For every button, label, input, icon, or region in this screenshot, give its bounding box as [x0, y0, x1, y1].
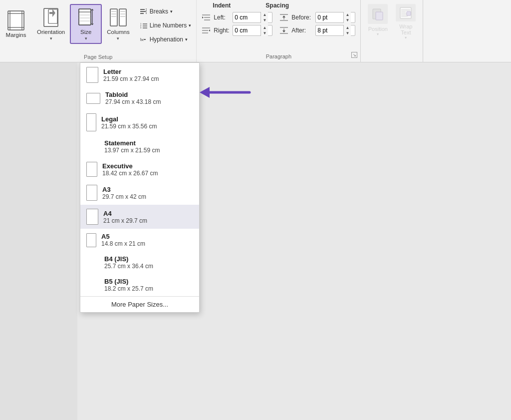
- legal-name: Legal: [101, 115, 157, 123]
- breaks-icon: [140, 8, 148, 15]
- svg-marker-43: [282, 15, 285, 17]
- indent-right-row: Right: 0 cm ▲ ▼ After: 8 pt ▲ ▼: [202, 25, 355, 36]
- main-content: Letter 21.59 cm x 27.94 cm Tabloid 27.94…: [0, 62, 511, 420]
- position-icon: [368, 4, 388, 24]
- b5-name: B5 (JIS): [104, 278, 153, 285]
- more-paper-sizes-label: More Paper Sizes...: [111, 301, 168, 308]
- indent-left-down[interactable]: ▼: [261, 17, 268, 23]
- columns-label: Columns: [107, 29, 129, 36]
- tabloid-paper-icon: [86, 93, 100, 104]
- size-item-b4[interactable]: B4 (JIS) 25.7 cm x 36.4 cm: [80, 251, 199, 274]
- spacing-after-icon: [279, 27, 288, 34]
- size-item-a5[interactable]: A5 14.8 cm x 21 cm: [80, 229, 199, 251]
- more-paper-sizes-button[interactable]: More Paper Sizes...: [80, 296, 199, 312]
- spacing-before-spinner[interactable]: 0 pt ▲ ▼: [315, 12, 355, 23]
- b4-size: 25.7 cm x 36.4 cm: [104, 263, 153, 270]
- indent-left-label: Left:: [214, 14, 230, 21]
- indent-left-spinbtns: ▲ ▼: [260, 12, 268, 23]
- arrow-indicator: [192, 80, 252, 107]
- position-button[interactable]: Position ▾: [365, 2, 391, 42]
- legal-paper-icon: [86, 113, 96, 131]
- line-numbers-chevron: ▾: [189, 23, 191, 28]
- indent-right-up[interactable]: ▲: [261, 25, 268, 30]
- a4-paper-icon: [86, 209, 98, 225]
- columns-chevron: ▾: [117, 36, 119, 41]
- margins-button[interactable]: Margins: [0, 4, 32, 44]
- spacing-before-input[interactable]: 0 pt: [316, 14, 343, 21]
- size-label: Size: [80, 29, 91, 36]
- indent-left-row: Left: 0 cm ▲ ▼ Before: 0 pt ▲ ▼: [202, 12, 355, 23]
- spacing-after-spinner[interactable]: 8 pt ▲ ▼: [315, 25, 355, 36]
- tabloid-item-text: Tabloid 27.94 cm x 43.18 cm: [105, 91, 161, 105]
- a4-size: 21 cm x 29.7 cm: [103, 217, 147, 224]
- arrange-section: Position ▾ Wrap Text ▾: [361, 0, 423, 62]
- line-numbers-label: Line Numbers: [150, 22, 187, 29]
- executive-item-text: Executive 18.42 cm x 26.67 cm: [102, 162, 158, 177]
- spacing-before-down[interactable]: ▼: [344, 17, 351, 23]
- svg-marker-40: [202, 16, 204, 18]
- columns-icon: [107, 7, 129, 28]
- breaks-button[interactable]: Breaks ▾: [137, 5, 195, 18]
- size-item-legal[interactable]: Legal 21.59 cm x 35.56 cm: [80, 109, 199, 135]
- indent-left-input[interactable]: 0 cm: [233, 14, 260, 21]
- letter-item-text: Letter 21.59 cm x 27.94 cm: [103, 68, 159, 82]
- executive-name: Executive: [102, 162, 158, 170]
- a3-item-text: A3 29.7 cm x 42 cm: [102, 186, 146, 200]
- size-item-tabloid[interactable]: Tabloid 27.94 cm x 43.18 cm: [80, 87, 199, 109]
- wrap-text-label: Wrap Text: [399, 23, 412, 35]
- spacing-header: Spacing: [265, 2, 289, 9]
- size-icon: [75, 7, 97, 28]
- hyphenation-label: Hyphenation: [150, 36, 183, 43]
- statement-name: Statement: [104, 139, 160, 147]
- wrap-text-button[interactable]: Wrap Text ▾: [393, 2, 419, 42]
- hyphenation-button[interactable]: bc Hyphenation ▾: [137, 33, 195, 46]
- size-dropdown: Letter 21.59 cm x 27.94 cm Tabloid 27.94…: [80, 62, 200, 313]
- svg-rect-54: [376, 12, 383, 20]
- a5-paper-icon: [86, 233, 96, 247]
- a3-paper-icon: [86, 185, 97, 201]
- position-chevron: ▾: [377, 32, 379, 36]
- orientation-button[interactable]: Orientation ▾: [32, 4, 70, 44]
- b5-item-text: B5 (JIS) 18.2 cm x 25.7 cm: [104, 278, 153, 292]
- columns-button[interactable]: Columns ▾: [102, 4, 134, 44]
- letter-size: 21.59 cm x 27.94 cm: [103, 75, 159, 82]
- size-chevron: ▾: [85, 36, 87, 41]
- tabloid-size: 27.94 cm x 43.18 cm: [105, 98, 161, 105]
- margins-icon: [5, 9, 27, 31]
- size-item-executive[interactable]: Executive 18.42 cm x 26.67 cm: [80, 158, 199, 181]
- a5-size: 14.8 cm x 21 cm: [101, 240, 145, 247]
- spacing-after-input[interactable]: 8 pt: [316, 27, 343, 34]
- wrap-text-chevron: ▾: [405, 35, 407, 40]
- spacing-before-up[interactable]: ▲: [344, 12, 351, 17]
- statement-size: 13.97 cm x 21.59 cm: [104, 147, 160, 154]
- svg-marker-48: [209, 29, 210, 31]
- margins-label: Margins: [6, 32, 26, 39]
- a5-name: A5: [101, 233, 145, 240]
- svg-rect-0: [8, 11, 24, 30]
- size-item-a4[interactable]: A4 21 cm x 29.7 cm: [80, 205, 199, 229]
- indent-right-down[interactable]: ▼: [261, 30, 268, 36]
- indent-left-spinner[interactable]: 0 cm ▲ ▼: [233, 12, 272, 23]
- spacing-after-label: After:: [291, 27, 312, 34]
- size-item-letter[interactable]: Letter 21.59 cm x 27.94 cm: [80, 63, 199, 87]
- indent-right-input[interactable]: 0 cm: [233, 27, 260, 34]
- size-item-statement[interactable]: Statement 13.97 cm x 21.59 cm: [80, 135, 199, 158]
- size-button[interactable]: Size ▾: [70, 4, 102, 44]
- line-numbers-button[interactable]: 1 2 3 Line Numbers ▾: [137, 19, 195, 32]
- indent-right-spinner[interactable]: 0 cm ▲ ▼: [233, 25, 272, 36]
- spacing-after-up[interactable]: ▲: [344, 25, 351, 30]
- size-item-b5[interactable]: B5 (JIS) 18.2 cm x 25.7 cm: [80, 274, 199, 296]
- breaks-label: Breaks: [150, 8, 168, 15]
- size-item-a3[interactable]: A3 29.7 cm x 42 cm: [80, 181, 199, 205]
- spacing-after-down[interactable]: ▼: [344, 30, 351, 36]
- svg-rect-60: [407, 11, 411, 15]
- legal-size: 21.59 cm x 35.56 cm: [101, 123, 157, 130]
- indent-right-icon: [202, 27, 211, 34]
- executive-paper-icon: [86, 162, 97, 177]
- spacing-before-label: Before:: [291, 14, 312, 21]
- indent-left-up[interactable]: ▲: [261, 12, 268, 17]
- breaks-chevron: ▾: [170, 9, 173, 14]
- tabloid-name: Tabloid: [105, 91, 161, 98]
- orientation-label: Orientation: [37, 29, 65, 36]
- spacing-after-spinbtns: ▲ ▼: [343, 25, 351, 36]
